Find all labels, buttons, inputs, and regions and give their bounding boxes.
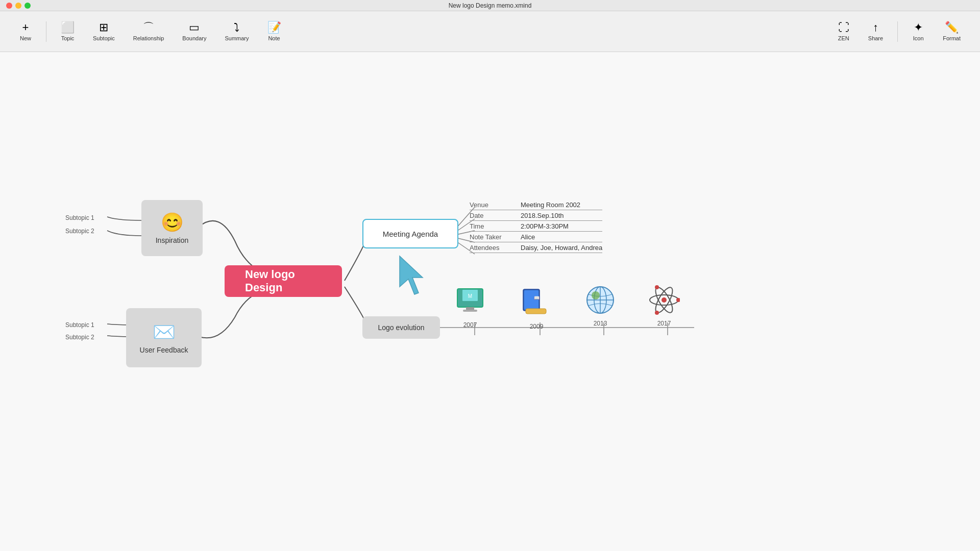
svg-text:M: M <box>468 293 472 299</box>
zen-icon: ⛶ <box>838 22 849 33</box>
inspiration-node[interactable]: 😊 Inspiration <box>141 200 203 256</box>
new-label: New <box>20 35 31 41</box>
meeting-info-row-notetaker: Note Taker Alice <box>470 233 602 242</box>
topic-button[interactable]: ⬜ Topic <box>52 18 84 45</box>
attendees-val: Daisy, Joe, Howard, Andrea <box>521 244 602 252</box>
logo-evolution-node[interactable]: Logo evolution <box>362 316 440 339</box>
date-val: 2018.Sep.10th <box>521 212 564 219</box>
inspiration-subtopic-2: Subtopic 2 <box>65 228 94 235</box>
notetaker-key: Note Taker <box>470 233 510 241</box>
summary-icon: ⤵ <box>234 22 239 33</box>
timeline-icon-2017 <box>648 284 680 316</box>
central-node[interactable]: New logo Design <box>225 265 342 297</box>
inspiration-icon: 😊 <box>161 212 184 233</box>
toolbar-separator-2 <box>897 21 898 42</box>
boundary-label: Boundary <box>182 35 206 41</box>
connectors <box>0 52 980 551</box>
zen-button[interactable]: ⛶ ZEN <box>828 18 859 45</box>
new-icon: + <box>22 22 29 33</box>
svg-rect-9 <box>466 307 474 310</box>
timeline-2009: 📖 2009 <box>521 284 552 330</box>
note-button[interactable]: 📝 Note <box>258 18 290 45</box>
canvas: New logo Design 😊 Inspiration Subtopic 1… <box>0 52 980 551</box>
venue-val: Meeting Room 2002 <box>521 201 580 209</box>
user-feedback-node[interactable]: ✉️ User Feedback <box>126 308 202 367</box>
year-2013: 2013 <box>594 320 607 327</box>
timeline-icon-2013 <box>584 284 616 316</box>
svg-point-25 <box>655 285 659 289</box>
toolbar-separator-1 <box>46 21 46 42</box>
note-icon: 📝 <box>267 22 281 33</box>
summary-label: Summary <box>225 35 249 41</box>
share-icon: ↑ <box>873 22 878 33</box>
toolbar: + New ⬜ Topic ⊞ Subtopic ⌒ Relationship … <box>0 11 980 52</box>
central-label: New logo Design <box>245 268 322 294</box>
svg-point-20 <box>662 297 667 303</box>
attendees-key: Attendees <box>470 244 510 252</box>
svg-point-24 <box>676 298 680 302</box>
svg-point-26 <box>655 311 659 315</box>
user-feedback-subtopic-2: Subtopic 2 <box>65 334 94 341</box>
meeting-info-row-time: Time 2:00PM-3:30PM <box>470 222 602 232</box>
meeting-info-row-venue: Venue Meeting Room 2002 <box>470 201 602 210</box>
year-2009: 2009 <box>530 323 544 330</box>
icon-icon: ✦ <box>914 22 923 33</box>
year-2007: 2007 <box>463 321 477 329</box>
summary-button[interactable]: ⤵ Summary <box>215 18 258 45</box>
timeline-2017: 2017 <box>648 284 680 327</box>
meeting-info-row-attendees: Attendees Daisy, Joe, Howard, Andrea <box>470 244 602 253</box>
meeting-agenda-label: Meeting Agenda <box>383 230 438 238</box>
topic-icon: ⬜ <box>61 22 75 33</box>
venue-key: Venue <box>470 201 510 209</box>
timeline-2007: M 2007 <box>454 286 486 329</box>
logo-evolution-label: Logo evolution <box>378 323 424 332</box>
maximize-button[interactable] <box>24 3 31 9</box>
zen-label: ZEN <box>838 35 849 41</box>
icon-button[interactable]: ✦ Icon <box>903 18 934 45</box>
format-icon: ✏️ <box>945 22 959 33</box>
relationship-label: Relationship <box>133 35 164 41</box>
user-feedback-label: User Feedback <box>140 346 188 354</box>
inspiration-label: Inspiration <box>156 236 189 244</box>
svg-text:📖: 📖 <box>534 295 540 301</box>
user-feedback-subtopic-1: Subtopic 1 <box>65 321 94 329</box>
format-button[interactable]: ✏️ Format <box>934 18 970 45</box>
subtopic-icon: ⊞ <box>99 22 108 33</box>
inspiration-subtopic-1: Subtopic 1 <box>65 214 94 221</box>
time-key: Time <box>470 222 510 230</box>
svg-marker-5 <box>400 256 423 294</box>
notetaker-val: Alice <box>521 233 535 241</box>
toolbar-right: ⛶ ZEN ↑ Share ✦ Icon ✏️ Format <box>828 18 970 45</box>
share-button[interactable]: ↑ Share <box>859 18 892 45</box>
meeting-info: Venue Meeting Room 2002 Date 2018.Sep.10… <box>470 201 602 255</box>
svg-rect-10 <box>463 310 477 312</box>
window-title: New logo Design memo.xmind <box>449 2 532 9</box>
year-2017: 2017 <box>657 320 671 327</box>
subtopic-button[interactable]: ⊞ Subtopic <box>84 18 124 45</box>
relationship-icon: ⌒ <box>143 22 154 33</box>
note-label: Note <box>268 35 280 41</box>
subtopic-label: Subtopic <box>93 35 115 41</box>
meeting-agenda-node[interactable]: Meeting Agenda <box>362 219 458 248</box>
close-button[interactable] <box>6 3 12 9</box>
topic-label: Topic <box>61 35 75 41</box>
meeting-info-row-date: Date 2018.Sep.10th <box>470 212 602 221</box>
icon-label: Icon <box>913 35 924 41</box>
minimize-button[interactable] <box>15 3 21 9</box>
time-val: 2:00PM-3:30PM <box>521 222 569 230</box>
format-label: Format <box>943 35 961 41</box>
boundary-button[interactable]: ▭ Boundary <box>173 18 215 45</box>
window-controls <box>6 3 31 9</box>
user-feedback-icon: ✉️ <box>153 321 176 343</box>
timeline-icon-2007: M <box>454 286 486 317</box>
titlebar: New logo Design memo.xmind <box>0 0 980 11</box>
share-label: Share <box>868 35 883 41</box>
svg-rect-13 <box>526 309 546 314</box>
date-key: Date <box>470 212 510 219</box>
timeline-icon-2009: 📖 <box>521 284 552 319</box>
boundary-icon: ▭ <box>189 22 200 33</box>
timeline-2013: 2013 <box>584 284 616 327</box>
new-button[interactable]: + New <box>10 18 41 45</box>
svg-point-19 <box>592 291 600 299</box>
relationship-button[interactable]: ⌒ Relationship <box>124 18 174 45</box>
